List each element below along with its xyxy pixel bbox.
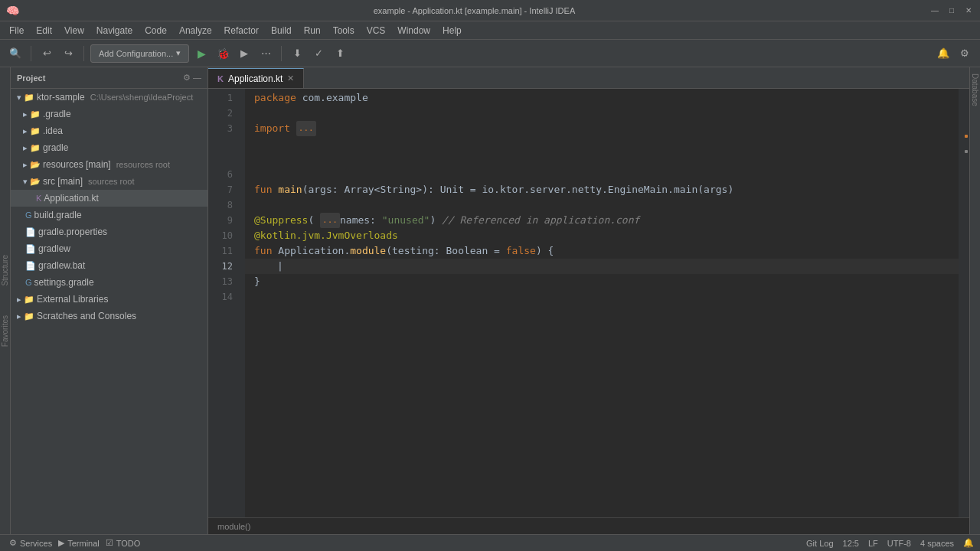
toolbar-vcs-update-btn[interactable]: ⬇ xyxy=(288,44,306,63)
status-line-col[interactable]: 12:5 xyxy=(843,539,859,548)
tree-root-ktor-sample[interactable]: ▾ 📁 ktor-sample C:\Users\sheng\IdeaProje… xyxy=(11,89,207,106)
project-panel: Project ⚙ — ▾ 📁 ktor-sample C:\Users\she… xyxy=(11,67,208,534)
tree-src-tag: sources root xyxy=(88,177,135,186)
tree-gradle-properties[interactable]: 📄 gradle.properties xyxy=(11,223,207,240)
menu-analyze[interactable]: Analyze xyxy=(173,24,218,37)
menu-window[interactable]: Window xyxy=(391,24,436,37)
menu-help[interactable]: Help xyxy=(436,24,468,37)
tree-resources-folder-icon: 📂 xyxy=(30,160,41,170)
toolbar-vcs-commit-btn[interactable]: ✓ xyxy=(309,44,328,63)
tree-src-main[interactable]: ▾ 📂 src [main] sources root xyxy=(11,173,207,190)
cursor-indicator: | xyxy=(254,259,283,274)
tree-gradleprops-label: gradle.properties xyxy=(38,227,107,237)
tree-external-libraries[interactable]: ▸ 📁 External Libraries xyxy=(11,291,207,308)
menu-file[interactable]: File xyxy=(3,24,30,37)
todo-icon: ☑ xyxy=(106,538,113,548)
menu-edit[interactable]: Edit xyxy=(30,24,58,37)
bottom-tab-terminal[interactable]: ▶ Terminal xyxy=(55,538,103,548)
paren-8: ) xyxy=(536,243,542,259)
right-panel: Database xyxy=(969,67,980,534)
toolbar-notifications-btn[interactable]: 🔔 xyxy=(934,44,952,63)
menu-view[interactable]: View xyxy=(58,24,90,37)
code-editor[interactable]: 1 2 3 6 7 8 9 10 11 12 13 14 package com… xyxy=(208,89,969,517)
menu-navigate[interactable]: Navigate xyxy=(90,24,139,37)
bottom-tab-todo[interactable]: ☑ TODO xyxy=(103,538,144,548)
tree-idea-folder[interactable]: ▸ 📁 .idea xyxy=(11,122,207,139)
tree-root-path: C:\Users\sheng\IdeaProject xyxy=(90,93,194,102)
line-ending-label: LF xyxy=(868,539,878,548)
line-num-3: 3 xyxy=(208,121,239,136)
status-notifications[interactable]: 🔔 xyxy=(963,538,974,548)
tree-gradle-expand-icon: ▸ xyxy=(23,109,28,119)
code-line-7: ▶ fun main(args: Array<String>): Unit = … xyxy=(245,182,959,197)
fn-main: main xyxy=(278,182,302,197)
menu-tools[interactable]: Tools xyxy=(327,24,361,37)
import-ellipsis[interactable]: ... xyxy=(296,121,316,136)
tree-gradlew-bat[interactable]: 📄 gradlew.bat xyxy=(11,257,207,274)
debug-button[interactable]: 🐞 xyxy=(214,44,232,63)
tree-scratches-consoles[interactable]: ▸ 📁 Scratches and Consoles xyxy=(11,308,207,324)
project-header-collapse-icon[interactable]: — xyxy=(193,73,201,83)
status-encoding[interactable]: UTF-8 xyxy=(887,539,911,548)
bottom-tabs: ⚙ Services ▶ Terminal ☑ TODO xyxy=(6,538,143,548)
menu-vcs[interactable]: VCS xyxy=(361,24,392,37)
tree-gradlew-label: gradlew xyxy=(38,243,70,254)
paren-1: ( xyxy=(302,182,309,197)
tab-kt-icon: K xyxy=(217,74,224,83)
todo-label: TODO xyxy=(116,539,141,548)
tree-buildgradle-label: build.gradle xyxy=(34,210,82,220)
line-col-label: 12:5 xyxy=(843,539,859,548)
minimize-button[interactable]: — xyxy=(929,5,940,16)
run-button[interactable]: ▶ xyxy=(192,44,211,63)
run-config-button[interactable]: Add Configuration... ▾ xyxy=(90,44,189,63)
menu-run[interactable]: Run xyxy=(298,24,327,37)
tree-root-folder-icon: 📁 xyxy=(24,93,34,103)
tree-gradlew[interactable]: 📄 gradlew xyxy=(11,240,207,257)
status-git-log[interactable]: Git Log xyxy=(806,539,833,548)
tree-src-expand-icon: ▾ xyxy=(23,177,28,187)
code-line-5 xyxy=(245,152,959,167)
tree-build-gradle[interactable]: G build.gradle xyxy=(11,207,207,223)
project-header-gear-icon[interactable]: ⚙ xyxy=(183,73,191,83)
tree-gradle-folder[interactable]: ▸ 📁 .gradle xyxy=(11,106,207,122)
toolbar-redo-btn[interactable]: ↪ xyxy=(59,44,77,63)
tab-close-btn[interactable]: ✕ xyxy=(287,73,294,83)
close-button[interactable]: ✕ xyxy=(963,5,974,16)
ann-names-ellipsis[interactable]: ... xyxy=(320,213,340,228)
bottom-tab-services[interactable]: ⚙ Services xyxy=(6,538,55,548)
tree-application-kt[interactable]: K Application.kt xyxy=(11,190,207,207)
toolbar-search-btn[interactable]: 🔍 xyxy=(6,44,24,63)
tree-scratches-expand-icon: ▸ xyxy=(17,311,21,321)
menu-refactor[interactable]: Refactor xyxy=(218,24,265,37)
toolbar-vcs-push-btn[interactable]: ⬆ xyxy=(331,44,349,63)
status-indent[interactable]: 4 spaces xyxy=(920,539,954,548)
code-line-12[interactable]: | xyxy=(245,259,959,274)
left-edge-label-2[interactable]: Favorites xyxy=(1,312,9,350)
toolbar-settings-btn[interactable]: ⚙ xyxy=(956,44,974,63)
code-content[interactable]: package com.example import ... ▶ fun mai… xyxy=(245,89,959,517)
toolbar-coverage-btn[interactable]: ▶ xyxy=(235,44,253,63)
right-panel-database-label[interactable]: Database xyxy=(971,70,979,109)
arg-args: args xyxy=(704,182,727,197)
paren-5: ( xyxy=(308,213,314,228)
menu-code[interactable]: Code xyxy=(139,24,173,37)
left-edge-label-1[interactable]: Structure xyxy=(1,252,9,289)
menu-build[interactable]: Build xyxy=(265,24,298,37)
indent-label: 4 spaces xyxy=(920,539,954,548)
editor-tab-application-kt[interactable]: K Application.kt ✕ xyxy=(208,68,304,88)
tree-gradle2-folder-icon: 📁 xyxy=(30,143,41,153)
tree-resources-main[interactable]: ▸ 📂 resources [main] resources root xyxy=(11,156,207,173)
tree-gradle-folder2[interactable]: ▸ 📁 gradle xyxy=(11,139,207,156)
brace-open: { xyxy=(548,243,554,259)
toolbar-more-btn[interactable]: ⋯ xyxy=(256,44,275,63)
maximize-button[interactable]: □ xyxy=(946,5,957,16)
line-num-9: 9 xyxy=(208,213,239,228)
gutter-marker-2 xyxy=(965,150,968,153)
code-line-11: fun Application.module(testing: Boolean … xyxy=(245,243,959,259)
services-label: Services xyxy=(20,539,52,548)
toolbar-undo-btn[interactable]: ↩ xyxy=(38,44,56,63)
tree-settings-gradle[interactable]: G settings.gradle xyxy=(11,274,207,291)
status-line-ending[interactable]: LF xyxy=(868,539,878,548)
toolbar-sep2 xyxy=(83,46,84,61)
line-num-11: 11 xyxy=(208,243,239,259)
